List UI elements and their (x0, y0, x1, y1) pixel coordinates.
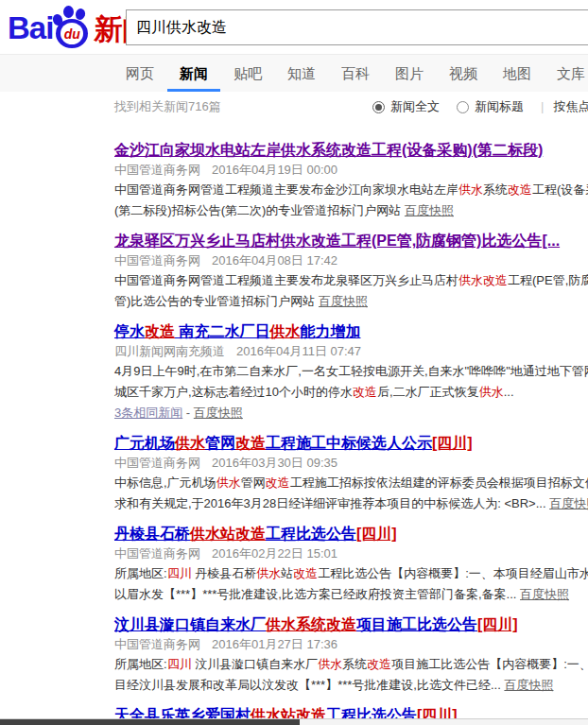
baidu-snapshot-link[interactable]: 百度快照 (319, 294, 368, 308)
title-highlight: [四川] (356, 526, 397, 542)
nav-tab-map[interactable]: 地图 (503, 55, 531, 92)
title-highlight: [四川] (477, 616, 518, 632)
title-highlight: 供水改造 (281, 233, 341, 249)
baidu-snapshot-link[interactable]: 百度快照 (520, 587, 569, 601)
result-source: 中国管道商务网 (114, 637, 200, 651)
title-highlight: 改造 (145, 323, 175, 339)
result-snippet-line: 目经汶川县发展和改革局以汶发改【***】***号批准建设,比选文件已经... 百… (114, 675, 588, 696)
result-date: 2016年04月08日 17:42 (212, 253, 337, 268)
snippet-text: 项目施工比选公告【内容概要】:一、本项 (391, 657, 588, 671)
nav-tab-label: 知道 (287, 65, 316, 81)
title-text: 能力增加 (300, 323, 360, 339)
snippet-text: 城区千家万户,这标志着经过10个小时的停水 (114, 385, 353, 399)
news-result: 金沙江向家坝水电站左岸供水系统改造工程(设备采购)(第二标段)中国管道商务网20… (114, 140, 588, 221)
title-text: 工程(PE管,防腐钢管)比选公告[... (341, 233, 560, 249)
news-result: 汶川县漩口镇自来水厂供水系统改造项目施工比选公告[四川]中国管道商务网2016年… (114, 614, 588, 696)
result-date: 2016年03月30日 09:35 (212, 456, 337, 470)
result-source: 中国管道商务网 (114, 253, 200, 268)
same-news-link[interactable]: 3条相同新闻 (114, 406, 182, 420)
title-text: 金沙江向家坝水电站左岸 (114, 142, 281, 158)
nav-tab-zhidao[interactable]: 知道 (287, 55, 316, 92)
filter-separator: | (541, 97, 544, 116)
snippet-text: 工程(设备采购) (532, 182, 588, 197)
result-source: 中国管道商务网 (114, 163, 200, 177)
snippet-highlight: 供水 (458, 182, 483, 197)
nav-tab-tieba[interactable]: 贴吧 (233, 55, 262, 92)
snippet-text: 中国管道商务网管道工程频道主要发布龙泉驿区万兴乡止马店村 (114, 273, 458, 287)
baidu-snapshot-link[interactable]: 百度快照 (405, 203, 454, 217)
news-result: 龙泉驿区万兴乡止马店村供水改造工程(PE管,防腐钢管)比选公告[...中国管道商… (114, 231, 588, 312)
snippet-text: 工程比选公告【内容概要】:一、本项目经眉山市水利 (318, 566, 588, 580)
radio-title-icon[interactable] (457, 101, 469, 113)
snippet-text: 汶川县漩口镇自来水厂 (192, 657, 319, 671)
snippet-highlight: 供水 (216, 475, 241, 490)
title-text: 汶川县漩口镇自来水厂 (114, 616, 266, 632)
snippet-text: 以眉水发【***】***号批准建设,比选方案已经政府投资主管部门备案,备案... (114, 587, 520, 601)
horizontal-scrollbar[interactable] (0, 718, 588, 725)
snippet-text: (第二标段)招标公告(第二次)的专业管道招标门户网站 (114, 203, 405, 217)
baidu-snapshot-link[interactable]: 百度快照 (504, 678, 553, 692)
snippet-text: 求和有关规定,于2016年3月28日经详细评审推荐本项目的中标候选人为: <BR… (114, 496, 549, 510)
nav-tab-baike[interactable]: 百科 (341, 55, 370, 92)
snippet-text: 工程(PE管,防腐钢 (508, 273, 588, 287)
title-highlight: 改造 (235, 435, 266, 451)
nav-tab-news[interactable]: 新闻 (180, 55, 208, 92)
title-highlight: 供水系统改造 (266, 616, 356, 632)
radio-title-label[interactable]: 新闻标题 (475, 97, 524, 116)
result-title-link[interactable]: 金沙江向家坝水电站左岸供水系统改造工程(设备采购)(第二标段) (114, 140, 588, 161)
results-list: 金沙江向家坝水电站左岸供水系统改造工程(设备采购)(第二标段)中国管道商务网20… (114, 118, 588, 725)
result-title-link[interactable]: 龙泉驿区万兴乡止马店村供水改造工程(PE管,防腐钢管)比选公告[... (114, 231, 588, 251)
result-snippet-line: 管)比选公告的专业管道招标门户网站 百度快照 (114, 291, 588, 312)
result-snippet-line: 4月9日上午9时,在市第二自来水厂,一名女工轻按电源开关,自来水"哗哗哗"地通过… (114, 361, 588, 382)
sort-by-focus-link[interactable]: 按焦点排序 (553, 97, 588, 116)
result-snippet-line: 中标信息,广元机场供水管网改造工程施工招标按依法组建的评标委员会根据项目招标文件… (114, 473, 588, 493)
news-result: 广元机场供水管网改造工程施工中标候选人公示[四川]中国管道商务网2016年03月… (114, 433, 588, 514)
nav-tab-webpage[interactable]: 网页 (126, 55, 154, 92)
snippet-text: 中国管道商务网管道工程频道主要发布金沙江向家坝水电站左岸 (114, 182, 458, 197)
result-title-link[interactable]: 广元机场供水管网改造工程施工中标候选人公示[四川] (114, 433, 588, 454)
snippet-text: 管)比选公告的专业管道招标门户网站 (114, 294, 319, 308)
snippet-highlight: 改造 (266, 475, 290, 490)
title-text: 项目施工比选公告 (356, 616, 477, 632)
nav-tab-video[interactable]: 视频 (449, 55, 477, 92)
title-text: 管网 (205, 435, 235, 451)
result-count: 找到相关新闻716篇 (114, 97, 221, 116)
result-snippet-line: (第二标段)招标公告(第二次)的专业管道招标门户网站 百度快照 (114, 200, 588, 221)
snippet-text: 管网 (241, 475, 266, 490)
result-snippet-line: 中国管道商务网管道工程频道主要发布龙泉驿区万兴乡止马店村供水改造工程(PE管,防… (114, 270, 588, 291)
snippet-text: 中标信息,广元机场 (114, 475, 216, 490)
baidu-snapshot-link[interactable]: 百度快照 (549, 496, 588, 510)
result-title-link[interactable]: 停水改造 南充二水厂日供水能力增加 (114, 321, 588, 342)
snippet-text: 工程施工招标按依法组建的评标委员会根据项目招标文件要 (290, 475, 588, 490)
nav-tab-label: 百科 (341, 65, 370, 81)
baidu-snapshot-link[interactable]: 百度快照 (194, 406, 243, 420)
nav-tab-label: 视频 (449, 65, 477, 81)
result-meta: 中国管道商务网2016年04月08日 17:42 (114, 251, 588, 270)
snippet-highlight: 改造 (353, 385, 377, 399)
snippet-highlight: 供水改造 (458, 273, 508, 287)
title-text: 工程(设备采购)(第二标段) (372, 142, 543, 158)
snippet-text: 系统 (342, 657, 367, 671)
nav-tab-wenku[interactable]: 文库 (557, 55, 585, 92)
result-meta: 四川新闻网南充频道2016年04月11日 07:47 (114, 342, 588, 361)
search-scope-controls: 新闻全文 新闻标题 | 按焦点排序 (372, 97, 588, 116)
radio-fulltext-icon[interactable] (372, 101, 385, 113)
title-text: 工程比选公告 (266, 526, 356, 542)
nav-tab-image[interactable]: 图片 (395, 55, 424, 92)
result-source: 中国管道商务网 (114, 546, 200, 561)
result-title-link[interactable]: 丹棱县石桥供水站改造工程比选公告[四川] (114, 524, 588, 544)
result-snippet-line: 求和有关规定,于2016年3月28日经详细评审推荐本项目的中标候选人为: <BR… (114, 493, 588, 514)
snippet-text: ... (504, 385, 514, 399)
snippet-highlight: 改造 (508, 182, 532, 197)
result-meta: 中国管道商务网2016年04月19日 00:00 (114, 161, 588, 180)
result-source: 中国管道商务网 (114, 456, 200, 470)
news-result: 停水改造 南充二水厂日供水能力增加四川新闻网南充频道2016年04月11日 07… (114, 321, 588, 423)
scrollbar-thumb[interactable] (0, 719, 300, 725)
radio-fulltext-label[interactable]: 新闻全文 (390, 97, 440, 116)
search-input[interactable] (126, 9, 588, 45)
snippet-highlight: 改造 (367, 657, 391, 671)
result-title-link[interactable]: 汶川县漩口镇自来水厂供水系统改造项目施工比选公告[四川] (114, 614, 588, 635)
snippet-text: 丹棱县石桥 (192, 566, 257, 580)
snippet-text: 所属地区: (114, 657, 167, 671)
title-highlight: 供水 (269, 323, 300, 339)
